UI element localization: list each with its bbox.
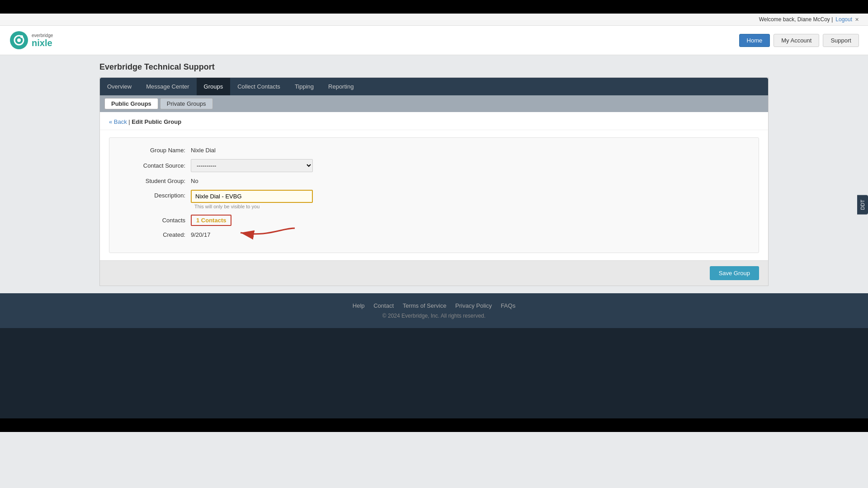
footer-help[interactable]: Help [353, 302, 365, 309]
close-icon[interactable]: ✕ [855, 17, 859, 23]
copyright: © 2024 Everbridge, Inc. All rights reser… [9, 313, 859, 319]
nav-tipping[interactable]: Tipping [288, 78, 321, 95]
contacts-annotation-area: 1 Contacts [191, 215, 231, 226]
nav-overview[interactable]: Overview [100, 78, 139, 95]
student-group-value: No [191, 178, 198, 184]
bottom-black-bar [0, 418, 868, 432]
main-content-area: Overview Message Center Groups Collect C… [99, 77, 769, 286]
welcome-bar: Welcome back, Diane McCoy | Logout ✕ [0, 14, 868, 26]
contacts-row: Contacts 1 Contacts [127, 215, 741, 226]
nav-reporting[interactable]: Reporting [321, 78, 361, 95]
nav-collect-contacts[interactable]: Collect Contacts [230, 78, 288, 95]
bottom-dark-area [0, 328, 868, 418]
site-footer: Help Contact Terms of Service Privacy Po… [0, 293, 868, 328]
logo-area: everbridge nixle [9, 30, 53, 50]
contacts-link[interactable]: 1 Contacts [191, 215, 231, 226]
logo-brand: everbridge [32, 33, 53, 38]
main-nav: Overview Message Center Groups Collect C… [100, 78, 768, 95]
logo-icon [9, 30, 29, 50]
logo-name: nixle [32, 38, 53, 48]
group-name-value: Nixle Dial [191, 147, 216, 154]
footer-links: Help Contact Terms of Service Privacy Po… [9, 302, 859, 309]
contact-source-row: Contact Source: ---------- [127, 159, 741, 172]
student-group-label: Student Group: [127, 178, 191, 184]
created-label: Created: [127, 231, 191, 238]
footer-contact[interactable]: Contact [373, 302, 394, 309]
form-container: Group Name: Nixle Dial Contact Source: -… [109, 137, 759, 253]
description-input[interactable] [191, 190, 313, 203]
footer-privacy[interactable]: Privacy Policy [455, 302, 492, 309]
svg-point-2 [17, 38, 21, 42]
header-nav: Home My Account Support [739, 34, 859, 47]
nav-groups[interactable]: Groups [197, 78, 231, 95]
back-link[interactable]: « Back [109, 118, 127, 125]
edit-page-title: Edit Public Group [132, 118, 181, 125]
page-title: Everbridge Technical Support [99, 62, 769, 72]
form-footer: Save Group [100, 260, 768, 286]
save-group-button[interactable]: Save Group [710, 266, 759, 280]
home-button[interactable]: Home [739, 34, 770, 47]
footer-faqs[interactable]: FAQs [501, 302, 516, 309]
description-row: Description: This will only be visible t… [127, 190, 741, 209]
contact-source-label: Contact Source: [127, 162, 191, 169]
welcome-text: Welcome back, Diane McCoy | [759, 16, 833, 23]
description-hint: This will only be visible to you [194, 204, 313, 209]
student-group-row: Student Group: No [127, 178, 741, 184]
top-black-bar [0, 0, 868, 14]
description-label: Description: [127, 190, 191, 199]
sub-nav: Public Groups Private Groups [100, 95, 768, 112]
group-name-row: Group Name: Nixle Dial [127, 147, 741, 154]
footer-tos[interactable]: Terms of Service [403, 302, 447, 309]
support-button[interactable]: Support [823, 34, 859, 47]
created-value: 9/20/17 [191, 231, 210, 238]
group-name-label: Group Name: [127, 147, 191, 154]
my-account-button[interactable]: My Account [774, 34, 819, 47]
right-tab[interactable]: DDT [857, 195, 868, 215]
contacts-label: Contacts [127, 217, 191, 224]
private-groups-tab[interactable]: Private Groups [160, 98, 213, 109]
back-section: « Back | Edit Public Group [100, 112, 768, 130]
public-groups-tab[interactable]: Public Groups [104, 98, 158, 109]
logout-link[interactable]: Logout [835, 16, 852, 23]
created-row: Created: 9/20/17 [127, 231, 741, 238]
svg-point-3 [20, 35, 23, 38]
contact-source-select[interactable]: ---------- [191, 159, 313, 172]
header: everbridge nixle Home My Account Support [0, 26, 868, 55]
nav-message-center[interactable]: Message Center [139, 78, 196, 95]
